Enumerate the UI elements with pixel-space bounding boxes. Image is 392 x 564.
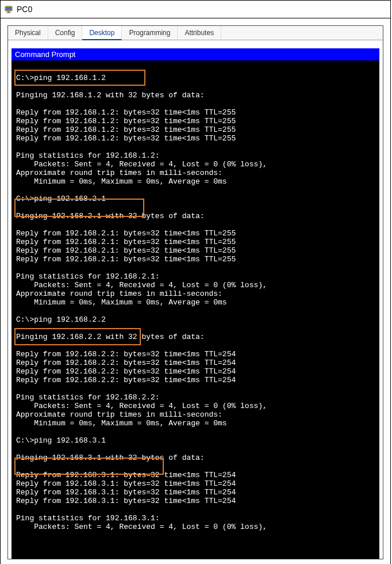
tab-attributes[interactable]: Attributes xyxy=(178,26,221,40)
terminal-line xyxy=(11,82,379,91)
terminal-line xyxy=(11,428,379,436)
terminal-line: Ping statistics for 192.168.2.2: xyxy=(11,393,379,402)
terminal-line: Reply from 192.168.2.2: bytes=32 time<1m… xyxy=(11,350,379,359)
terminal-line: Ping statistics for 192.168.1.2: xyxy=(11,151,379,160)
tab-desktop[interactable]: Desktop xyxy=(82,26,122,40)
tab-content: Command Prompt C:\>ping 192.168.1.2 Ping… xyxy=(8,40,383,559)
app-icon xyxy=(4,5,13,14)
terminal-line: Reply from 192.168.2.1: bytes=32 time<1m… xyxy=(11,246,379,255)
terminal-line xyxy=(11,307,379,315)
tab-programming[interactable]: Programming xyxy=(122,26,178,40)
inner-panel: PhysicalConfigDesktopProgrammingAttribut… xyxy=(7,25,383,559)
window-title: PC0 xyxy=(17,5,32,14)
terminal-line: Reply from 192.168.2.1: bytes=32 time<1m… xyxy=(11,229,379,238)
terminal-line: Pinging 192.168.2.2 with 32 bytes of dat… xyxy=(11,333,379,341)
terminal-line: Reply from 192.168.1.2: bytes=32 time<1m… xyxy=(11,134,379,143)
terminal-line: Reply from 192.168.2.2: bytes=32 time<1m… xyxy=(11,376,379,384)
terminal-line: Reply from 192.168.3.1: bytes=32 time<1m… xyxy=(11,471,379,479)
tab-config[interactable]: Config xyxy=(48,26,83,40)
terminal-line: Ping statistics for 192.168.3.1: xyxy=(11,514,379,523)
terminal-line xyxy=(11,462,379,471)
terminal-line: Reply from 192.168.1.2: bytes=32 time<1m… xyxy=(11,125,379,134)
terminal-line xyxy=(11,445,379,454)
terminal-line: Approximate round trip times in milli-se… xyxy=(11,410,379,419)
svg-rect-3 xyxy=(6,13,11,13)
svg-rect-2 xyxy=(7,12,10,13)
terminal-line: Packets: Sent = 4, Received = 4, Lost = … xyxy=(11,523,379,531)
terminal-line: Reply from 192.168.2.2: bytes=32 time<1m… xyxy=(11,359,379,367)
terminal-line: Reply from 192.168.3.1: bytes=32 time<1m… xyxy=(11,488,379,497)
terminal-line: Pinging 192.168.3.1 with 32 bytes of dat… xyxy=(11,454,379,462)
terminal-line: C:\>ping 192.168.3.1 xyxy=(11,436,379,445)
terminal-line xyxy=(11,505,379,514)
terminal-line: C:\>ping 192.168.2.2 xyxy=(11,315,379,324)
terminal-line xyxy=(11,324,379,333)
terminal-line xyxy=(11,264,379,272)
terminal-line: Reply from 192.168.2.1: bytes=32 time<1m… xyxy=(11,255,379,264)
terminal-line: Approximate round trip times in milli-se… xyxy=(11,289,379,298)
terminal-line: Reply from 192.168.3.1: bytes=32 time<1m… xyxy=(11,479,379,488)
terminal-line: Ping statistics for 192.168.2.1: xyxy=(11,272,379,281)
terminal[interactable]: C:\>ping 192.168.1.2 Pinging 192.168.1.2… xyxy=(11,60,379,559)
tab-physical[interactable]: Physical xyxy=(8,26,48,40)
terminal-line: C:\>ping 192.168.1.2 xyxy=(11,74,379,82)
terminal-line xyxy=(11,341,379,350)
terminal-line xyxy=(11,203,379,212)
terminal-line xyxy=(11,384,379,393)
terminal-line: C:\>ping 192.168.2.1 xyxy=(11,195,379,203)
terminal-line: Reply from 192.168.2.2: bytes=32 time<1m… xyxy=(11,367,379,376)
terminal-line: Approximate round trip times in milli-se… xyxy=(11,169,379,177)
terminal-line: Reply from 192.168.1.2: bytes=32 time<1m… xyxy=(11,117,379,125)
terminal-line: Reply from 192.168.2.1: bytes=32 time<1m… xyxy=(11,238,379,246)
terminal-line xyxy=(11,220,379,229)
terminal-line: Minimum = 0ms, Maximum = 0ms, Average = … xyxy=(11,177,379,186)
terminal-line: Packets: Sent = 4, Received = 4, Lost = … xyxy=(11,281,379,289)
terminal-line: Minimum = 0ms, Maximum = 0ms, Average = … xyxy=(11,298,379,307)
svg-rect-1 xyxy=(6,7,11,10)
terminal-line xyxy=(11,143,379,151)
terminal-line: Minimum = 0ms, Maximum = 0ms, Average = … xyxy=(11,419,379,428)
terminal-line xyxy=(11,186,379,195)
terminal-line: Packets: Sent = 4, Received = 4, Lost = … xyxy=(11,160,379,169)
terminal-line: Reply from 192.168.1.2: bytes=32 time<1m… xyxy=(11,108,379,117)
terminal-line: Pinging 192.168.1.2 with 32 bytes of dat… xyxy=(11,91,379,100)
terminal-line xyxy=(11,65,379,74)
terminal-line: Packets: Sent = 4, Received = 4, Lost = … xyxy=(11,402,379,410)
app-window: PC0 PhysicalConfigDesktopProgrammingAttr… xyxy=(0,0,391,564)
command-prompt-title: Command Prompt xyxy=(11,48,379,60)
title-bar[interactable]: PC0 xyxy=(1,1,390,18)
tab-strip: PhysicalConfigDesktopProgrammingAttribut… xyxy=(8,26,383,40)
terminal-line: Pinging 192.168.2.1 with 32 bytes of dat… xyxy=(11,212,379,220)
terminal-line xyxy=(11,100,379,108)
terminal-line: Reply from 192.168.3.1: bytes=32 time<1m… xyxy=(11,497,379,505)
window-body: PhysicalConfigDesktopProgrammingAttribut… xyxy=(1,18,390,564)
